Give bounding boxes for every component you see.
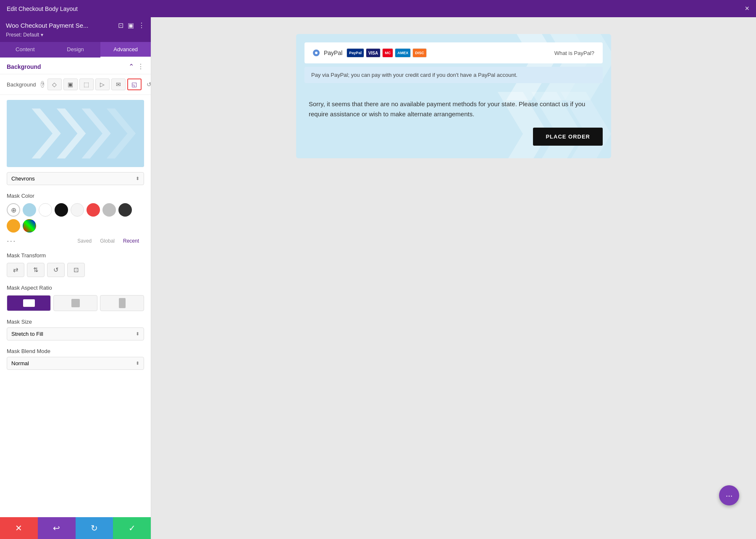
bg-type-gradient[interactable]: ⬚ — [79, 78, 94, 90]
title-bar: Edit Checkout Body Layout × — [0, 0, 756, 17]
mask-color-label: Mask Color — [0, 190, 151, 201]
transform-buttons: ⇄ ⇅ ↺ ⊡ — [0, 261, 151, 282]
mask-aspect-ratio-label: Mask Aspect Ratio — [0, 282, 151, 293]
background-section-header: Background ⌃ ⋮ — [0, 58, 151, 74]
paypal-radio[interactable] — [313, 50, 320, 56]
more-icon[interactable]: ⋮ — [138, 21, 145, 29]
paypal-pp-logo: PayPal — [346, 48, 364, 58]
aspect-ratio-buttons — [0, 293, 151, 316]
visa-logo: VISA — [366, 48, 381, 58]
mask-size-dropdown[interactable]: Stretch to Fill ⬍ — [7, 327, 144, 340]
section-title: Background — [7, 63, 41, 70]
paypal-logos: PayPal VISA MC AMEX DISC — [346, 48, 426, 58]
swatch-orange[interactable] — [7, 219, 20, 233]
bg-type-classic[interactable]: ▣ — [63, 78, 78, 90]
collapse-icon[interactable]: ⌃ — [129, 63, 134, 71]
preset-label: Preset: Default — [6, 32, 39, 38]
global-label: Global — [100, 238, 115, 244]
tab-advanced[interactable]: Advanced — [100, 42, 151, 58]
layout-icon[interactable]: ▣ — [128, 21, 134, 29]
bg-type-mask[interactable]: ◱ — [127, 78, 142, 90]
widget-name: Woo Checkout Payment Se... — [6, 22, 89, 29]
tab-design[interactable]: Design — [50, 42, 101, 58]
mask-blend-mode-label: Mask Blend Mode — [0, 345, 151, 357]
dropdown-arrow-icon: ⬍ — [136, 176, 139, 181]
panel-content: Background ⌃ ⋮ Background ? ◇ ▣ ⬚ ▷ ✉ ◱ — [0, 58, 151, 517]
svg-rect-0 — [7, 100, 144, 167]
mask-blend-value: Normal — [11, 360, 29, 366]
tab-content[interactable]: Content — [0, 42, 50, 58]
paypal-left: PayPal PayPal VISA MC AMEX DISC — [313, 48, 427, 58]
bg-type-slideshow[interactable]: ✉ — [111, 78, 126, 90]
three-dots[interactable]: ··· — [7, 236, 16, 246]
discover-logo: DISC — [412, 48, 427, 58]
background-type-icons: ◇ ▣ ⬚ ▷ ✉ ◱ — [47, 78, 142, 90]
main-layout: Woo Checkout Payment Se... ⊡ ▣ ⋮ Preset:… — [0, 17, 756, 539]
swatch-white[interactable] — [39, 203, 52, 217]
save-button[interactable]: ✓ — [113, 517, 151, 539]
cancel-button[interactable]: ✕ — [0, 517, 38, 539]
swatch-gray[interactable] — [102, 203, 116, 217]
swatch-light-blue[interactable] — [23, 203, 36, 217]
paypal-text: PayPal — [324, 50, 342, 56]
amex-logo: AMEX — [395, 48, 411, 58]
swatch-custom[interactable] — [23, 219, 36, 233]
bottom-action-bar: ✕ ↩ ↻ ✓ — [0, 517, 151, 539]
place-order-button[interactable]: PLACE ORDER — [533, 128, 603, 146]
swatch-dark[interactable] — [118, 203, 132, 217]
aspect-tall[interactable] — [100, 295, 144, 311]
payment-widget: PayPal PayPal VISA MC AMEX DISC What is … — [296, 34, 611, 158]
aspect-square[interactable] — [53, 295, 97, 311]
paypal-radio-inner — [315, 52, 318, 54]
help-icon[interactable]: ? — [41, 81, 44, 88]
close-icon[interactable]: × — [745, 4, 749, 13]
panel-icons: ⊡ ▣ ⋮ — [118, 21, 145, 29]
mask-transform-label: Mask Transform — [0, 250, 151, 261]
color-preset-labels: ··· Saved Global Recent — [0, 236, 151, 250]
what-is-paypal-link[interactable]: What is PayPal? — [554, 50, 594, 56]
transform-flip-v[interactable]: ⇅ — [27, 263, 45, 277]
floating-dots-icon: ··· — [726, 491, 733, 500]
aspect-wide[interactable] — [7, 295, 51, 311]
section-more-icon[interactable]: ⋮ — [137, 63, 144, 71]
transform-flip-h[interactable]: ⇄ — [7, 263, 24, 277]
left-panel: Woo Checkout Payment Se... ⊡ ▣ ⋮ Preset:… — [0, 17, 151, 539]
saved-label: Saved — [77, 238, 92, 244]
section-header-icons: ⌃ ⋮ — [129, 63, 144, 71]
right-content: PayPal PayPal VISA MC AMEX DISC What is … — [151, 17, 756, 539]
mask-blend-arrow-icon: ⬍ — [136, 361, 139, 366]
no-payment-message: Sorry, it seems that there are no availa… — [296, 86, 611, 128]
redo-button[interactable]: ↻ — [76, 517, 113, 539]
floating-more-button[interactable]: ··· — [719, 485, 739, 505]
transform-rotate[interactable]: ↺ — [47, 263, 65, 277]
preset-row: Preset: Default ▾ — [6, 32, 145, 38]
recent-label[interactable]: Recent — [123, 238, 139, 244]
swatch-red[interactable] — [87, 203, 100, 217]
title-bar-text: Edit Checkout Body Layout — [7, 5, 78, 12]
mask-shape-dropdown[interactable]: Chevrons ⬍ — [7, 172, 144, 185]
tabs: Content Design Advanced — [0, 42, 151, 58]
background-field-label: Background — [7, 81, 36, 88]
responsive-icon[interactable]: ⊡ — [118, 21, 123, 29]
place-order-row: PLACE ORDER — [296, 128, 611, 158]
mastercard-logo: MC — [382, 48, 393, 58]
background-type-row: Background ? ◇ ▣ ⬚ ▷ ✉ ◱ ↺ ⋮ — [0, 74, 151, 95]
undo-button[interactable]: ↩ — [38, 517, 76, 539]
bg-type-none[interactable]: ◇ — [47, 78, 62, 90]
panel-title-row: Woo Checkout Payment Se... ⊡ ▣ ⋮ — [6, 21, 145, 29]
mask-size-value: Stretch to Fill — [11, 331, 43, 337]
color-dropper[interactable]: ⊕ — [7, 203, 20, 217]
mask-size-label: Mask Size — [0, 316, 151, 327]
preset-arrow[interactable]: ▾ — [41, 32, 43, 38]
swatch-black[interactable] — [55, 203, 68, 217]
bg-type-undo[interactable]: ↺ — [147, 81, 151, 88]
mask-size-arrow-icon: ⬍ — [136, 331, 139, 337]
mask-blend-dropdown[interactable]: Normal ⬍ — [7, 357, 144, 370]
paypal-description: Pay via PayPal; you can pay with your cr… — [304, 67, 603, 83]
transform-reset[interactable]: ⊡ — [67, 263, 85, 277]
swatch-white2[interactable] — [71, 203, 84, 217]
color-swatches: ⊕ — [0, 201, 151, 236]
panel-header: Woo Checkout Payment Se... ⊡ ▣ ⋮ Preset:… — [0, 17, 151, 42]
bg-type-video[interactable]: ▷ — [95, 78, 110, 90]
background-preview — [7, 100, 144, 167]
